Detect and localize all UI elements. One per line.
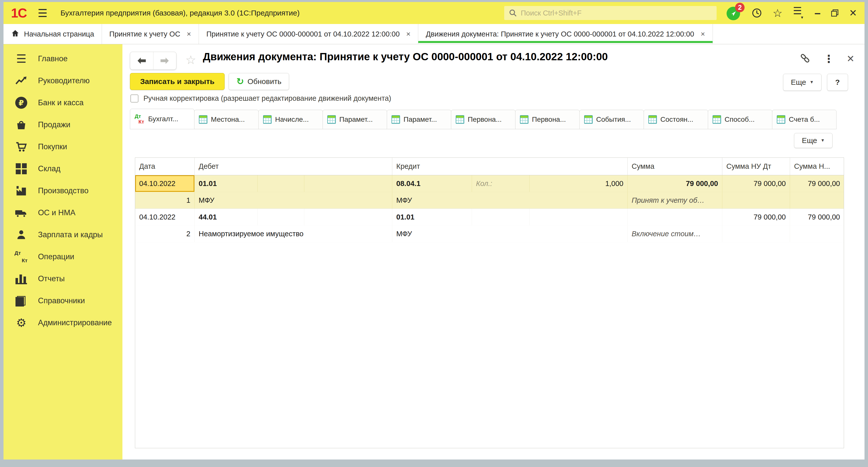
column-header-date[interactable]: Дата	[135, 158, 195, 175]
cell-sum-nu-dt[interactable]: 79 000,00	[722, 209, 790, 226]
tab-document-form-short[interactable]: Принятие к учету ОС ×	[102, 24, 199, 44]
cell-date[interactable]: 04.10.2022	[135, 175, 195, 192]
cell-date[interactable]: 04.10.2022	[135, 209, 195, 226]
functions-menu-icon[interactable]: ☰ ▼	[793, 6, 805, 20]
chevron-down-icon: ▼	[820, 138, 825, 143]
cell-credit-account[interactable]: 08.04.1	[392, 175, 472, 192]
more-actions-kebab-icon[interactable]: ⋮	[824, 53, 834, 65]
sidebar-item-os-i-nma[interactable]: ОС и НМА	[3, 202, 122, 224]
favorites-star-icon[interactable]: ☆	[773, 7, 782, 20]
sidebar-item-proizvodstvo[interactable]: Производство	[3, 180, 122, 202]
notifications-button[interactable]: 2	[726, 6, 741, 20]
tab-label: Начальная страница	[24, 30, 94, 38]
cell-empty[interactable]	[257, 175, 304, 192]
column-header-sum-nu-dt[interactable]: Сумма НУ Дт	[722, 158, 790, 175]
sidebar-item-bank-i-kassa[interactable]: ₽ Банк и касса	[3, 92, 122, 114]
cell-empty[interactable]	[257, 209, 304, 226]
sidebar-item-sklad[interactable]: Склад	[3, 158, 122, 180]
sidebar-item-spravochniki[interactable]: Справочники	[3, 290, 122, 312]
manual-adjustment-checkbox[interactable]	[130, 94, 138, 103]
column-header-debit[interactable]: Дебет	[195, 158, 392, 175]
cell-sum-nu-dt[interactable]: 79 000,00	[722, 175, 790, 192]
global-search-input[interactable]: Поиск Ctrl+Shift+F	[504, 6, 717, 20]
register-tab-accrual[interactable]: Начисле...	[258, 110, 323, 129]
register-tab-params-2[interactable]: Парамет...	[387, 110, 451, 129]
cell-debit-subconto[interactable]: МФУ	[195, 192, 392, 209]
search-icon	[509, 9, 517, 17]
cell-empty[interactable]	[472, 209, 530, 226]
cell-debit-subconto[interactable]: Неамортизируемое имущество	[195, 226, 392, 242]
history-icon[interactable]	[751, 7, 763, 19]
close-tab-icon[interactable]: ×	[187, 30, 191, 38]
tab-document-form[interactable]: Принятие к учету ОС 0000-000001 от 04.10…	[199, 24, 418, 44]
cell-content[interactable]: Принят к учету об…	[628, 192, 722, 209]
close-tab-icon[interactable]: ×	[701, 30, 705, 38]
column-header-sum[interactable]: Сумма	[628, 158, 722, 175]
close-page-button[interactable]: ✕	[846, 53, 855, 64]
cell-line-no[interactable]: 1	[135, 192, 195, 209]
cell-empty[interactable]	[530, 209, 628, 226]
sidebar-item-glavnoe[interactable]: ☰ Главное	[3, 48, 122, 70]
tab-label: Принятие к учету ОС	[110, 30, 180, 38]
cell-debit-account[interactable]: 44.01	[195, 209, 257, 226]
cell-empty[interactable]	[304, 209, 392, 226]
cell-empty[interactable]	[790, 226, 844, 242]
cell-debit-account[interactable]: 01.01	[195, 175, 257, 192]
forward-button[interactable]	[153, 52, 177, 69]
open-windows-tabbar: Начальная страница Принятие к учету ОС ×…	[3, 24, 865, 44]
sidebar-item-label: Склад	[38, 164, 60, 173]
cell-empty[interactable]	[722, 192, 790, 209]
sidebar-item-prodazhi[interactable]: Продажи	[3, 114, 122, 136]
sidebar-item-administrirovanie[interactable]: ⚙ Администрирование	[3, 312, 122, 334]
get-link-icon[interactable]	[799, 52, 811, 65]
tab-document-movements[interactable]: Движения документа: Принятие к учету ОС …	[418, 24, 713, 44]
grid-more-button[interactable]: Еще ▼	[794, 133, 833, 148]
register-tab-initial-2[interactable]: Первона...	[515, 110, 580, 129]
cell-sum[interactable]: 79 000,00	[628, 175, 722, 192]
cell-credit-account[interactable]: 01.01	[392, 209, 472, 226]
register-tab-accounting[interactable]: ДтКт Бухгалт...	[130, 109, 194, 129]
favorite-star-icon[interactable]: ☆	[185, 53, 196, 67]
cell-empty[interactable]	[790, 192, 844, 209]
register-tab-params-1[interactable]: Парамет...	[322, 110, 387, 129]
register-tab-accounts[interactable]: Счета б...	[772, 110, 837, 129]
cell-empty[interactable]	[722, 226, 790, 242]
restore-window-icon[interactable]	[831, 9, 839, 17]
sidebar-item-pokupki[interactable]: Покупки	[3, 136, 122, 158]
cell-line-no[interactable]: 2	[135, 226, 195, 242]
table-empty-area[interactable]	[135, 242, 844, 448]
cell-sum-nu-kt[interactable]: 79 000,00	[790, 175, 844, 192]
cell-credit-subconto[interactable]: МФУ	[392, 192, 628, 209]
sidebar-item-rukovoditelyu[interactable]: Руководителю	[3, 70, 122, 92]
cell-sum-nu-kt[interactable]: 79 000,00	[790, 209, 844, 226]
register-tab-methods[interactable]: Способ...	[708, 110, 772, 129]
register-tab-location[interactable]: Местона...	[194, 110, 258, 129]
tab-home[interactable]: Начальная страница	[3, 24, 102, 44]
more-button[interactable]: Еще ▼	[783, 74, 822, 91]
cell-qty[interactable]: 1,000	[530, 175, 628, 192]
register-tab-states[interactable]: Состоян...	[644, 110, 708, 129]
sidebar-item-zarplata-i-kadry[interactable]: Зарплата и кадры	[3, 224, 122, 246]
cell-empty[interactable]	[628, 209, 722, 226]
close-window-button[interactable]: ✕	[849, 7, 857, 19]
cell-content[interactable]: Включение стоим…	[628, 226, 722, 242]
cell-credit-subconto[interactable]: МФУ	[392, 226, 628, 242]
cell-empty[interactable]	[304, 175, 392, 192]
back-button[interactable]	[130, 52, 153, 69]
register-tab-events[interactable]: События...	[580, 110, 644, 129]
factory-icon	[14, 184, 28, 198]
sidebar-item-operacii[interactable]: ДтКт Операции	[3, 246, 122, 268]
main-menu-burger-icon[interactable]: ☰	[37, 7, 47, 20]
refresh-button[interactable]: ↻ Обновить	[228, 73, 289, 90]
sidebar-item-label: Руководителю	[38, 76, 90, 85]
minimize-button[interactable]: –	[814, 7, 820, 19]
sidebar-item-otchety[interactable]: Отчеты	[3, 268, 122, 290]
column-header-sum-nu-kt[interactable]: Сумма Н...	[790, 158, 844, 175]
help-button[interactable]: ?	[827, 74, 848, 91]
save-and-close-button[interactable]: Записать и закрыть	[130, 73, 225, 90]
column-header-credit[interactable]: Кредит	[392, 158, 628, 175]
register-tab-initial-1[interactable]: Первона...	[451, 110, 516, 129]
cell-qty-label[interactable]: Кол.:	[472, 175, 530, 192]
refresh-icon: ↻	[236, 76, 244, 87]
close-tab-icon[interactable]: ×	[406, 30, 411, 38]
